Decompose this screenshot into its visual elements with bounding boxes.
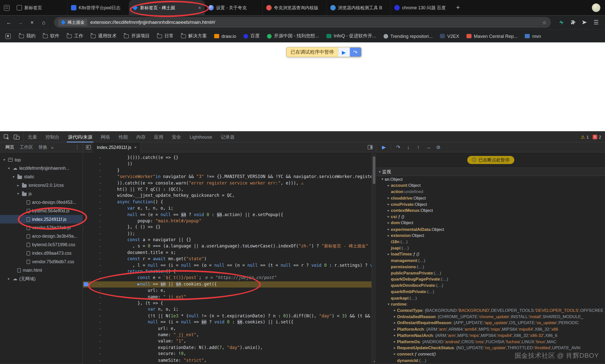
browser-tab[interactable]: K8s管理平台pod日志: [67, 0, 129, 16]
browser-tab[interactable]: 夸克浏览器查询内核版: [262, 0, 327, 16]
watch-row[interactable]: ▸clouddrive: Object: [376, 195, 605, 201]
line-gutter[interactable]: -: [83, 212, 107, 218]
navigator-toggle-icon[interactable]: [84, 143, 93, 152]
bookmark-item[interactable]: 工作: [67, 33, 83, 39]
file-tree-item[interactable]: arco-design.0fed453...: [0, 198, 82, 207]
line-gutter[interactable]: -: [83, 256, 107, 262]
watch-arrow-icon[interactable]: ▸: [392, 315, 397, 318]
watch-arrow-icon[interactable]: ▸: [386, 196, 391, 200]
watch-arrow-icon[interactable]: ▸: [386, 221, 391, 225]
watch-row[interactable]: quarkapi: (…): [376, 295, 605, 301]
profile-avatar[interactable]: [592, 4, 600, 12]
tree-arrow-icon[interactable]: ▸: [7, 277, 11, 281]
line-gutter[interactable]: -: [83, 313, 107, 319]
line-gutter[interactable]: -: [83, 218, 107, 224]
watch-arrow-icon[interactable]: ▸: [392, 352, 397, 356]
file-tree-item[interactable]: index.d99aa473.css: [0, 249, 82, 257]
watch-row[interactable]: ▸extension: Object: [376, 232, 605, 238]
watch-row[interactable]: ▸ContextType: {BACKGROUND: 'BACKGROUND',…: [376, 307, 605, 313]
watch-row[interactable]: i18n: (…): [376, 238, 605, 245]
browser-tab-active[interactable]: 新标签页 - 稀土掘×: [129, 0, 205, 16]
bookmark-item[interactable]: 百度: [243, 33, 260, 39]
bookmark-item[interactable]: 我的: [19, 33, 35, 39]
inspect-element-icon[interactable]: [2, 132, 12, 142]
line-gutter[interactable]: -: [83, 180, 107, 186]
resume-script-button[interactable]: ▶: [338, 47, 349, 57]
file-tree-item[interactable]: ▸☁(无网域): [0, 275, 82, 283]
watch-row[interactable]: ▸OnInstalledReason: {CHROME_UPDATE: 'chr…: [376, 313, 605, 320]
bookmark-item[interactable]: 开源项目: [124, 33, 150, 39]
watch-arrow-icon[interactable]: ▸: [392, 327, 397, 331]
step-over-button[interactable]: ↷: [393, 143, 403, 152]
toggle-debugger-sidebar-icon[interactable]: [366, 143, 374, 151]
line-gutter[interactable]: -: [83, 307, 107, 313]
watch-row[interactable]: ▸OnRestartRequiredReason: {APP_UPDATE: '…: [376, 320, 605, 326]
watch-row[interactable]: ▸PlatformArch: {ARM: 'arm', ARM64: 'arm6…: [376, 326, 605, 332]
devtools-tab-元素[interactable]: 元素: [24, 132, 41, 142]
watch-arrow-icon[interactable]: ▸: [386, 184, 391, 187]
step-out-button[interactable]: ↑: [414, 143, 423, 152]
file-tree-item[interactable]: index.2524911f.js: [0, 215, 82, 224]
bookmark-item[interactable]: InfoQ - 促进软件开...: [326, 33, 376, 39]
line-gutter[interactable]: -: [83, 199, 107, 205]
tab-search-icon[interactable]: [0, 0, 13, 16]
tree-arrow-icon[interactable]: ▾: [7, 166, 11, 170]
watch-arrow-icon[interactable]: ▾: [386, 302, 391, 306]
resume-button[interactable]: ▶: [379, 143, 388, 152]
bookmark-item[interactable]: draw.io: [214, 33, 236, 39]
devtools-tab-性能[interactable]: 性能: [114, 132, 132, 142]
warning-icon[interactable]: ⚠: [581, 134, 585, 140]
devtools-tab-内存[interactable]: 内存: [132, 132, 150, 142]
line-gutter[interactable]: -: [83, 243, 107, 250]
line-gutter[interactable]: -: [83, 224, 107, 231]
watch-row[interactable]: ▸contextMenus: Object: [376, 207, 605, 214]
stop-button[interactable]: ×: [27, 17, 37, 27]
back-button[interactable]: ←: [4, 17, 14, 27]
line-gutter[interactable]: -: [83, 250, 107, 256]
file-tree-item[interactable]: ▾js: [0, 190, 82, 198]
line-gutter[interactable]: -: [83, 344, 107, 351]
editor-scrollbar[interactable]: ▾: [372, 153, 376, 364]
browser-tab[interactable]: 浏览器内核检测工具 B: [326, 0, 390, 16]
browser-tab[interactable]: 新标签页: [13, 0, 67, 16]
bookmark-item[interactable]: mvn: [525, 33, 541, 39]
bookmark-star-icon[interactable]: ☆: [542, 20, 547, 25]
line-gutter[interactable]: -: [83, 231, 107, 237]
url-text[interactable]: extension://lecdifefmmfjnjjinhaennhdlmca…: [90, 20, 539, 25]
scrollbar-thumb[interactable]: [373, 156, 375, 184]
watch-arrow-icon[interactable]: ▸: [386, 227, 391, 231]
tab-close-icon[interactable]: ×: [198, 5, 201, 11]
overflow-chevron-icon[interactable]: »: [50, 145, 54, 149]
devtools-tab-源代码/来源[interactable]: 源代码/来源: [64, 132, 96, 142]
issues-icon[interactable]: !: [593, 135, 597, 139]
watch-row[interactable]: ▸PlatformOs: {ANDROID: 'android', CROS: …: [376, 338, 605, 345]
watch-arrow-icon[interactable]: ▸: [386, 233, 391, 237]
watch-arrow-icon[interactable]: ▸: [392, 346, 397, 350]
watch-arrow-icon[interactable]: ▸: [386, 252, 391, 256]
watch-arrow-icon[interactable]: ▸: [392, 308, 397, 312]
file-tree-item[interactable]: ▾☁lecdifefmmfjnjjinhaennh...: [0, 164, 82, 172]
chevron-down-icon[interactable]: ▾: [379, 170, 381, 173]
line-gutter[interactable]: -: [83, 326, 107, 332]
line-gutter[interactable]: -: [83, 319, 107, 325]
line-gutter[interactable]: -: [83, 300, 107, 307]
line-gutter[interactable]: -: [83, 288, 107, 294]
watch-row[interactable]: quarkRmbPrivate: (…): [376, 289, 605, 295]
file-tree-item[interactable]: ▾top: [0, 155, 82, 164]
navigator-tab-工作区[interactable]: 工作区: [17, 144, 35, 150]
watch-arrow-icon[interactable]: ▸: [392, 321, 397, 325]
watch-row[interactable]: ▸RequestUpdateCheckStatus: {NO_UPDATE: '…: [376, 345, 605, 351]
tree-arrow-icon[interactable]: ▾: [12, 175, 15, 178]
line-gutter[interactable]: -: [83, 155, 107, 161]
line-gutter[interactable]: -: [83, 269, 107, 275]
watch-row[interactable]: ▸csi: ƒ (): [376, 214, 605, 220]
file-tree-item[interactable]: ▸ionicons/2.0.1/css: [0, 181, 82, 190]
watch-arrow-icon[interactable]: ▾: [380, 177, 384, 181]
watch-row[interactable]: quarkOmniboxPrivate: (…): [376, 282, 605, 289]
site-chip[interactable]: 稀土掘金: [58, 19, 87, 26]
tree-arrow-icon[interactable]: ▾: [16, 192, 20, 196]
address-bar[interactable]: 稀土掘金 extension://lecdifefmmfjnjjinhaennh…: [54, 17, 551, 28]
extensions-icon[interactable]: [568, 17, 578, 27]
devtools-tab-记录器[interactable]: 记录器: [217, 132, 239, 142]
watch-row[interactable]: ▸account: Object: [376, 182, 605, 189]
